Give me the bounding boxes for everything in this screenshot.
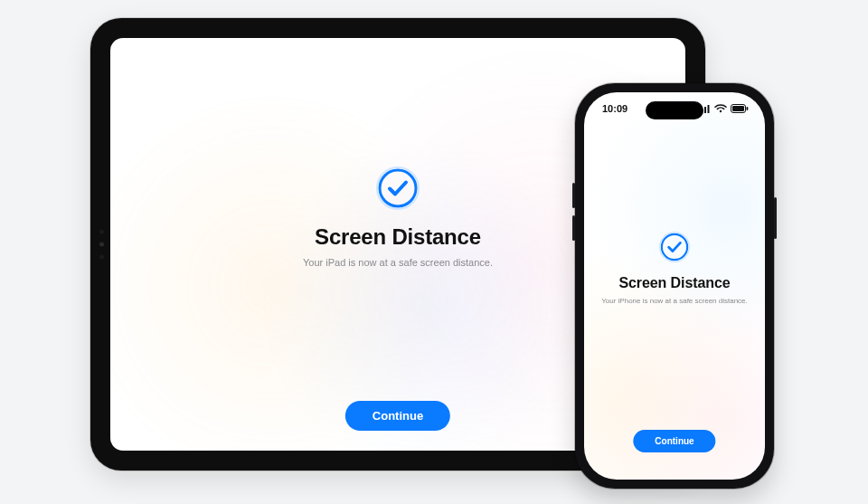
svg-point-11	[660, 233, 690, 262]
continue-button[interactable]: Continue	[633, 430, 715, 452]
status-time: 10:09	[602, 103, 627, 114]
iphone-title: Screen Distance	[618, 275, 730, 291]
svg-rect-4	[704, 107, 706, 113]
iphone-side-button	[774, 197, 777, 239]
iphone-screen-distance-panel: Screen Distance Your iPhone is now at a …	[584, 125, 765, 305]
svg-rect-9	[747, 107, 749, 110]
svg-point-10	[662, 234, 687, 260]
status-indicators	[698, 104, 749, 113]
iphone-subtitle: Your iPhone is now at a safe screen dist…	[601, 297, 748, 305]
ipad-subtitle: Your iPad is now at a safe screen distan…	[303, 257, 493, 268]
svg-point-0	[380, 170, 416, 206]
battery-icon	[731, 104, 749, 113]
ipad-title: Screen Distance	[315, 224, 481, 250]
svg-rect-5	[708, 105, 710, 113]
dynamic-island	[646, 101, 703, 119]
svg-rect-8	[732, 106, 744, 111]
svg-point-6	[720, 110, 722, 112]
svg-point-1	[377, 167, 419, 209]
checkmark-circle-icon	[376, 166, 420, 210]
ipad-camera-dot	[99, 242, 104, 247]
checkmark-circle-icon	[659, 232, 690, 262]
wifi-icon	[714, 104, 727, 113]
